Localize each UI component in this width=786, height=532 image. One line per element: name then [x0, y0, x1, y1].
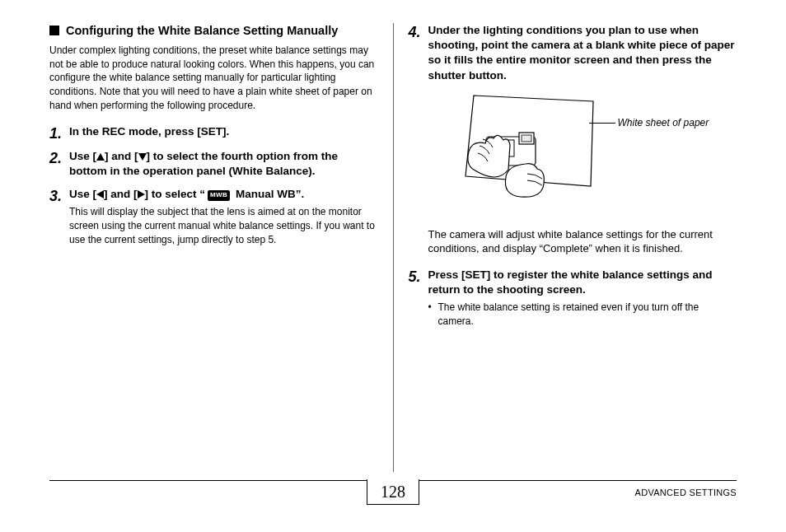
right-arrow-icon: [138, 190, 145, 198]
square-bullet-icon: [49, 26, 59, 35]
camera-paper-illustration: [428, 91, 601, 215]
manual-page: Configuring the White Balance Setting Ma…: [0, 0, 786, 532]
step-bullet: • The white balance setting is retained …: [428, 301, 737, 329]
step-head: Press [SET] to register the white balanc…: [428, 268, 737, 297]
step-3: 3. Use [] and [] to select “MWB Manual W…: [49, 187, 378, 247]
step-number: 2.: [49, 149, 69, 166]
footer-section-label: ADVANCED SETTINGS: [635, 488, 737, 497]
step-2: 2. Use [] and [] to select the fourth op…: [49, 149, 378, 179]
t: ] to select “: [145, 188, 206, 200]
step-sub: The camera will adjust white balance set…: [428, 227, 737, 256]
step-head: Use [] and [] to select “MWB Manual WB”.: [69, 187, 378, 202]
figure-label: White sheet of paper: [618, 116, 709, 129]
step-5: 5. Press [SET] to register the white bal…: [409, 268, 737, 329]
t: ] and [: [105, 150, 138, 162]
step-head: Use [] and [] to select the fourth optio…: [69, 149, 378, 179]
left-arrow-icon: [96, 190, 104, 198]
up-arrow-icon: [96, 153, 105, 161]
step-body: In the REC mode, press [SET].: [69, 124, 378, 139]
step-number: 4.: [409, 23, 428, 40]
step-sub: This will display the subject that the l…: [69, 205, 378, 246]
right-column: 4. Under the lighting conditions you pla…: [394, 23, 737, 472]
page-footer: 128 ADVANCED SETTINGS: [49, 480, 737, 509]
intro-paragraph: Under complex lighting conditions, the p…: [49, 44, 378, 113]
section-title: Configuring the White Balance Setting Ma…: [66, 23, 338, 39]
page-number: 128: [367, 479, 419, 505]
t: Use [: [69, 150, 96, 162]
step-body: Press [SET] to register the white balanc…: [428, 268, 737, 329]
content-columns: Configuring the White Balance Setting Ma…: [49, 23, 737, 472]
step-head: Under the lighting conditions you plan t…: [428, 23, 737, 83]
step-number: 3.: [49, 187, 69, 203]
step-4: 4. Under the lighting conditions you pla…: [409, 23, 737, 83]
t: Use [: [69, 188, 96, 200]
down-arrow-icon: [138, 153, 147, 161]
t: ] and [: [104, 188, 138, 200]
step-head: In the REC mode, press [SET].: [69, 124, 378, 139]
step-number: 5.: [409, 268, 428, 284]
step-1: 1. In the REC mode, press [SET].: [49, 124, 378, 141]
t: Manual WB”.: [232, 188, 304, 200]
left-column: Configuring the White Balance Setting Ma…: [49, 23, 394, 472]
bullet-dot-icon: •: [428, 301, 438, 315]
step-body: Use [] and [] to select “MWB Manual WB”.…: [69, 187, 378, 247]
bullet-text: The white balance setting is retained ev…: [438, 301, 737, 329]
step-number: 1.: [49, 124, 69, 141]
illustration: White sheet of paper: [428, 91, 737, 219]
mwb-icon: MWB: [208, 190, 230, 201]
step-body: Under the lighting conditions you plan t…: [428, 23, 737, 83]
svg-rect-4: [522, 135, 531, 142]
section-heading: Configuring the White Balance Setting Ma…: [49, 23, 378, 39]
step-body: Use [] and [] to select the fourth optio…: [69, 149, 378, 179]
callout-line: [589, 123, 615, 124]
